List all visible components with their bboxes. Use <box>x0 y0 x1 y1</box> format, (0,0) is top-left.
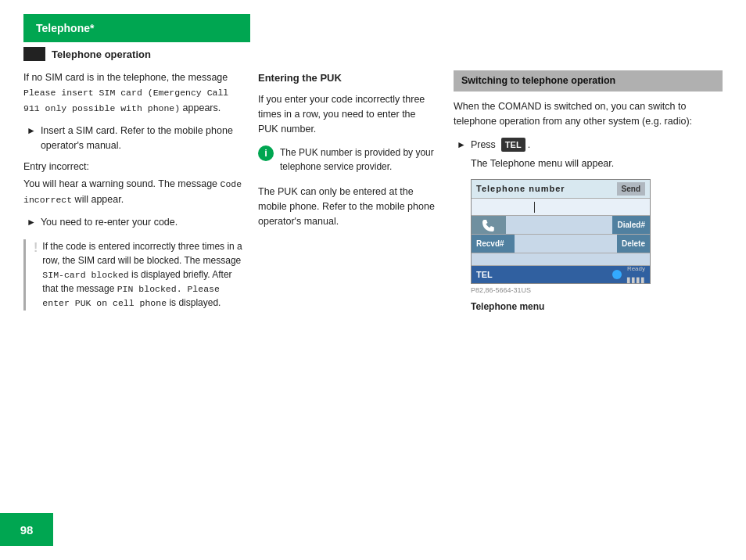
info-block: i The PUK number is provided by your tel… <box>258 145 438 174</box>
page-number-block: 98 <box>0 513 53 546</box>
phone-ready-text: Ready <box>627 264 645 274</box>
phone-title-text: Telephone number <box>476 182 565 196</box>
main-content: If no SIM card is in the telephone, the … <box>23 70 723 497</box>
phone-input-row <box>472 199 650 216</box>
section-title: Telephone operation <box>52 48 151 60</box>
phone-status-row: TEL Ready ▮▮▮▮ <box>472 266 650 283</box>
phone-status-icons: Ready ▮▮▮▮ <box>612 264 645 285</box>
blockquote-mono1: SIM-card blocked <box>42 270 128 280</box>
phone-tel-label: TEL <box>476 268 493 282</box>
phone-recvd-row: Recvd# Delete <box>472 235 650 253</box>
phone-cursor <box>534 202 535 213</box>
section-bar <box>23 47 45 61</box>
chapter-title: Telephone* <box>36 22 94 34</box>
entry-incorrect-label: Entry incorrect: <box>23 160 242 174</box>
phone-signal-bars: ▮▮▮▮ <box>626 274 645 285</box>
warning-block: ! If the code is entered incorrectly thr… <box>23 239 242 311</box>
switching-intro: When the COMAND is switched on, you can … <box>454 99 723 130</box>
tel-badge: TEL <box>501 138 525 153</box>
switching-header: Switching to telephone operation <box>454 70 723 92</box>
phone-dialed-btn: Dialed# <box>612 216 650 234</box>
phone-dialed-row: Dialed# <box>472 216 650 235</box>
press-label: Press <box>471 138 496 153</box>
screenshot-ref: P82,86-5664-31US <box>471 285 723 296</box>
puk-para2: The PUK can only be entered at the mobil… <box>258 185 438 230</box>
middle-column: Entering the PUK If you enter your code … <box>258 70 454 497</box>
menu-appears-text: The Telephone menu will appear. <box>471 156 723 171</box>
left-intro-text1: If no SIM card is in the telephone, the … <box>23 72 228 83</box>
section-header: Telephone operation <box>23 47 151 61</box>
blockquote-end: is displayed. <box>167 297 221 308</box>
phone-ready-group: Ready ▮▮▮▮ <box>626 264 645 285</box>
bullet-arrow1: ► <box>27 124 36 138</box>
phone-status-dot <box>612 270 622 279</box>
warning1-text1: You will hear a warning sound. The messa… <box>23 178 221 189</box>
bullet-arrow2: ► <box>27 215 36 230</box>
puk-section-title: Entering the PUK <box>258 70 438 86</box>
page-number: 98 <box>20 523 34 537</box>
phone-recvd-btn: Recvd# <box>472 235 515 253</box>
press-period: . <box>528 138 530 153</box>
left-intro-text2: appears. <box>180 102 221 113</box>
phone-title-row: Telephone number Send <box>472 180 650 199</box>
phone-screenshot: Telephone number Send Dialed# Recvd# Del… <box>471 179 651 284</box>
warning-block-text: If the code is entered incorrectly three… <box>42 239 242 311</box>
blockquote-text1: If the code is entered incorrectly three… <box>42 241 242 266</box>
bullet2-text: You need to re-enter your code. <box>41 215 178 230</box>
warning-icon: ! <box>34 239 38 311</box>
info-icon: i <box>258 145 274 161</box>
phone-left-icon <box>472 216 506 234</box>
warning1-text2: will appear. <box>72 194 124 205</box>
puk-para1: If you enter your code incorrectly three… <box>258 92 438 138</box>
left-bullet1: ► Insert a SIM card. Refer to the mobile… <box>27 124 242 153</box>
left-column: If no SIM card is in the telephone, the … <box>23 70 258 497</box>
info-note-text: The PUK number is provided by your telep… <box>280 145 438 174</box>
screenshot-caption: Telephone menu <box>471 300 723 314</box>
chapter-header: Telephone* <box>23 14 250 42</box>
press-arrow: ► <box>457 138 466 153</box>
left-intro: If no SIM card is in the telephone, the … <box>23 70 242 116</box>
phone-delete-btn: Delete <box>617 235 650 253</box>
warning1-text: You will hear a warning sound. The messa… <box>23 177 242 207</box>
left-bullet2: ► You need to re-enter your code. <box>27 215 242 230</box>
right-column: Switching to telephone operation When th… <box>454 70 723 497</box>
press-line: ► Press TEL . <box>457 138 723 153</box>
phone-send-btn: Send <box>617 182 645 196</box>
bullet1-text: Insert a SIM card. Refer to the mobile p… <box>41 124 242 153</box>
